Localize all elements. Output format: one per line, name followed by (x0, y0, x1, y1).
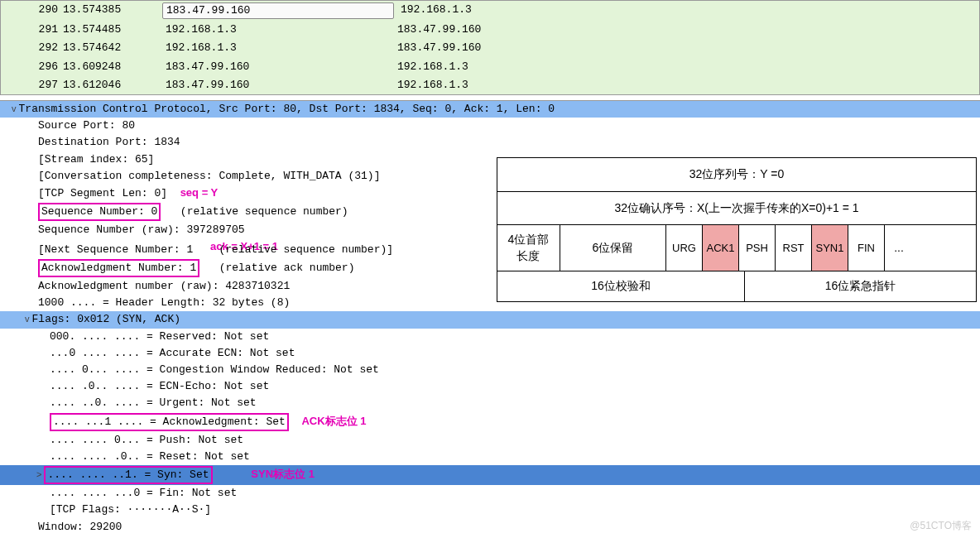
dst-port[interactable]: Destination Port: 1834 (0, 134, 980, 151)
diag-checksum: 16位校验和 (497, 271, 745, 301)
diag-ack-flag: ACK1 (703, 225, 739, 271)
diag-header-len: 4位首部 长度 (497, 225, 560, 271)
seq-y-annotation: seq = Y (180, 186, 219, 199)
packet-list[interactable]: 290 13.574385 183.47.99.160 192.168.1.3 … (0, 0, 980, 95)
flag-syn-row[interactable]: .... .... ..1. = Syn: Set SYN标志位 1 (0, 465, 980, 485)
diag-dots: ... (885, 225, 913, 271)
src-port[interactable]: Source Port: 80 (0, 118, 980, 134)
tcp-header-diagram: 32位序列号：Y =0 32位确认序号：X(上一次握手传来的X=0)+1 = 1… (497, 157, 977, 302)
packet-row[interactable]: 296 13.609248 183.47.99.160 192.168.1.3 (1, 58, 979, 76)
packet-no: 290 (1, 2, 63, 19)
diag-urgent-ptr: 16位紧急指针 (745, 271, 976, 301)
diag-fin: FIN (848, 225, 885, 271)
diag-ack: 32位确认序号：X(上一次握手传来的X=0)+1 = 1 (497, 192, 976, 225)
ack-flag-box: .... ...1 .... = Acknowledgment: Set (50, 413, 289, 431)
flag-accurate-ecn[interactable]: ...0 .... .... = Accurate ECN: Not set (0, 345, 980, 362)
chevron-right-icon (36, 468, 44, 481)
syn-flag-annotation: SYN标志位 1 (251, 468, 315, 480)
flag-urgent[interactable]: .... ..0. .... = Urgent: Not set (0, 395, 980, 411)
diag-rst: RST (776, 225, 812, 271)
flag-fin[interactable]: .... .... ...0 = Fin: Not set (0, 485, 980, 502)
watermark: @51CTO博客 (910, 519, 972, 533)
tcp-flags-summary[interactable]: [TCP Flags: ·······A··S·] (0, 502, 980, 518)
flag-ece[interactable]: .... .0.. .... = ECN-Echo: Not set (0, 378, 980, 395)
seq-box: Sequence Number: 0 (38, 203, 161, 221)
packet-row[interactable]: 297 13.612046 183.47.99.160 192.168.1.3 (1, 76, 979, 94)
flags-header[interactable]: Flags: 0x012 (SYN, ACK) (0, 311, 980, 328)
packet-row[interactable]: 290 13.574385 183.47.99.160 192.168.1.3 (1, 1, 979, 21)
tcp-header-line[interactable]: Transmission Control Protocol, Src Port:… (0, 101, 980, 118)
diag-seq: 32位序列号：Y =0 (497, 158, 976, 191)
window[interactable]: Window: 29200 (0, 519, 980, 536)
diag-syn-flag: SYN1 (812, 225, 848, 271)
flag-cwr[interactable]: .... 0... .... = Congestion Window Reduc… (0, 362, 980, 378)
flag-ack[interactable]: .... ...1 .... = Acknowledgment: Set ACK… (0, 412, 980, 432)
ack-box: Acknowledgment Number: 1 (38, 259, 199, 277)
packet-row[interactable]: 292 13.574642 192.168.1.3 183.47.99.160 (1, 39, 979, 57)
flag-reset[interactable]: .... .... .0.. = Reset: Not set (0, 449, 980, 465)
flag-push[interactable]: .... .... 0... = Push: Not set (0, 432, 980, 449)
ack-flag-annotation: ACK标志位 1 (301, 415, 366, 427)
syn-flag-box: .... .... ..1. = Syn: Set (44, 466, 212, 484)
diag-psh: PSH (739, 225, 776, 271)
diag-urg: URG (666, 225, 703, 271)
packet-dst: 192.168.1.3 (397, 2, 629, 19)
diag-reserved: 6位保留 (560, 225, 666, 271)
flag-reserved[interactable]: 000. .... .... = Reserved: Not set (0, 329, 980, 345)
packet-row[interactable]: 291 13.574485 192.168.1.3 183.47.99.160 (1, 21, 979, 39)
packet-src: 183.47.99.160 (162, 2, 394, 19)
packet-time: 13.574385 (63, 2, 162, 19)
